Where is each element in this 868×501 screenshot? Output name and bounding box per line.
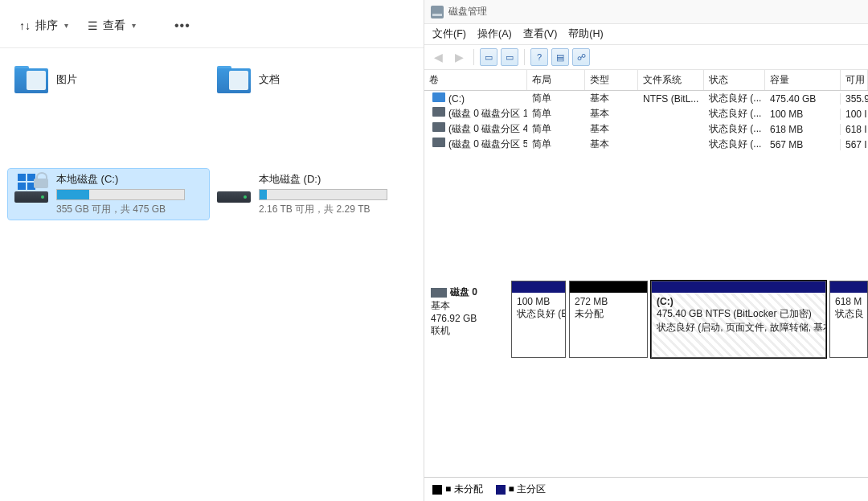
capacity-bar: [56, 189, 185, 200]
partition[interactable]: 618 M状态良: [829, 281, 868, 358]
drive-subtext: 2.16 TB 可用，共 2.29 TB: [259, 203, 405, 216]
lock-icon: [34, 172, 48, 188]
chevron-down-icon: ▾: [64, 21, 68, 30]
disk-management-icon: [431, 6, 444, 18]
legend-primary: ■ 主分区: [496, 483, 547, 496]
partition[interactable]: (C:)475.40 GB NTFS (BitLocker 已加密)状态良好 (…: [651, 281, 826, 358]
drive-name: 本地磁盘 (C:): [56, 172, 203, 187]
drive-subtext: 355 GB 可用，共 475 GB: [56, 203, 203, 216]
drive-icon: [14, 174, 48, 203]
folder-label: 文档: [259, 72, 280, 87]
col-type[interactable]: 类型: [585, 70, 638, 90]
menu-action[interactable]: 操作(A): [477, 27, 512, 41]
dm-titlebar[interactable]: 磁盘管理: [424, 0, 868, 24]
disk-size: 476.92 GB: [431, 313, 505, 324]
volume-row[interactable]: (磁盘 0 磁盘分区 1)简单基本状态良好 (...100 MB100 I: [424, 106, 868, 121]
dm-title: 磁盘管理: [448, 5, 487, 18]
disk-type: 基本: [431, 299, 505, 313]
nav-forward-button[interactable]: ▶: [450, 48, 468, 66]
folder-icon: [217, 66, 251, 93]
nav-back-button[interactable]: ◀: [429, 48, 447, 66]
disk-management-window: 磁盘管理 文件(F) 操作(A) 查看(V) 帮助(H) ◀ ▶ ▭ ▭ ? ▤…: [424, 0, 868, 501]
toolbar-help-button[interactable]: ?: [530, 48, 548, 66]
folders-row: 图片 文档: [8, 63, 416, 97]
drives-row: 本地磁盘 (C:) 355 GB 可用，共 475 GB 本地磁盘 (D:) 2…: [8, 169, 416, 220]
folder-pictures[interactable]: 图片: [8, 63, 209, 97]
volume-list-header: 卷 布局 类型 文件系统 状态 容量 可用: [424, 70, 868, 91]
explorer-content: 图片 文档 本地磁盘 (C:) 355 GB 可用，共 475 GB: [0, 48, 424, 234]
explorer-toolbar: ↑↓ 排序 ▾ ☰ 查看 ▾ •••: [0, 0, 424, 48]
col-capacity[interactable]: 容量: [765, 70, 841, 90]
menu-help[interactable]: 帮助(H): [568, 27, 603, 41]
volume-list: (C:)简单基本NTFS (BitL...状态良好 (...475.40 GB3…: [424, 91, 868, 152]
view-menu-button[interactable]: ☰ 查看 ▾: [80, 15, 144, 36]
col-volume[interactable]: 卷: [424, 70, 527, 90]
col-layout[interactable]: 布局: [527, 70, 585, 90]
sort-label: 排序: [35, 18, 58, 33]
drive-name: 本地磁盘 (D:): [259, 172, 405, 187]
toolbar-layout1-button[interactable]: ▭: [480, 48, 497, 66]
sort-icon: ↑↓: [19, 19, 31, 32]
toolbar-layout2-button[interactable]: ▭: [501, 48, 518, 66]
more-options-button[interactable]: •••: [166, 15, 199, 36]
dm-menubar: 文件(F) 操作(A) 查看(V) 帮助(H): [424, 24, 868, 45]
volume-row[interactable]: (磁盘 0 磁盘分区 5)简单基本状态良好 (...567 MB567 I: [424, 137, 868, 152]
view-icon: ☰: [88, 19, 98, 32]
partition[interactable]: 100 MB状态良好 (EI: [511, 281, 566, 358]
disk-graph-info[interactable]: 磁盘 0 基本 476.92 GB 联机: [424, 281, 511, 358]
disk-label: 磁盘 0: [450, 285, 477, 299]
folder-label: 图片: [56, 72, 77, 87]
windows-logo-icon: [18, 174, 35, 190]
sort-menu-button[interactable]: ↑↓ 排序 ▾: [11, 15, 76, 36]
menu-view[interactable]: 查看(V): [523, 27, 558, 41]
view-label: 查看: [103, 18, 125, 33]
partition[interactable]: 272 MB未分配: [569, 281, 648, 358]
capacity-bar: [259, 189, 387, 200]
drive-icon: [217, 174, 251, 203]
folder-icon: [14, 66, 48, 93]
col-status[interactable]: 状态: [704, 70, 765, 90]
legend: ■ 未分配 ■ 主分区: [424, 477, 868, 501]
chevron-down-icon: ▾: [132, 21, 136, 30]
disk-graph: 磁盘 0 基本 476.92 GB 联机 100 MB状态良好 (EI272 M…: [424, 281, 868, 358]
toolbar-rescan-button[interactable]: ☍: [572, 48, 590, 66]
toolbar-refresh-button[interactable]: ▤: [551, 48, 569, 66]
partition-strip: 100 MB状态良好 (EI272 MB未分配(C:)475.40 GB NTF…: [511, 281, 868, 358]
file-explorer-window: ↑↓ 排序 ▾ ☰ 查看 ▾ ••• 图片 文档: [0, 0, 424, 501]
drive-d[interactable]: 本地磁盘 (D:) 2.16 TB 可用，共 2.29 TB: [211, 169, 411, 220]
folder-documents[interactable]: 文档: [211, 63, 411, 97]
volume-row[interactable]: (C:)简单基本NTFS (BitL...状态良好 (...475.40 GB3…: [424, 91, 868, 106]
menu-file[interactable]: 文件(F): [432, 27, 466, 41]
legend-unallocated: ■ 未分配: [432, 483, 483, 496]
disk-icon: [431, 288, 447, 298]
dm-toolbar: ◀ ▶ ▭ ▭ ? ▤ ☍: [424, 45, 868, 70]
col-filesystem[interactable]: 文件系统: [638, 70, 704, 90]
volume-row[interactable]: (磁盘 0 磁盘分区 4)简单基本状态良好 (...618 MB618 I: [424, 121, 868, 137]
col-free[interactable]: 可用: [841, 70, 868, 90]
drive-c[interactable]: 本地磁盘 (C:) 355 GB 可用，共 475 GB: [8, 169, 209, 220]
disk-status: 联机: [431, 324, 505, 338]
